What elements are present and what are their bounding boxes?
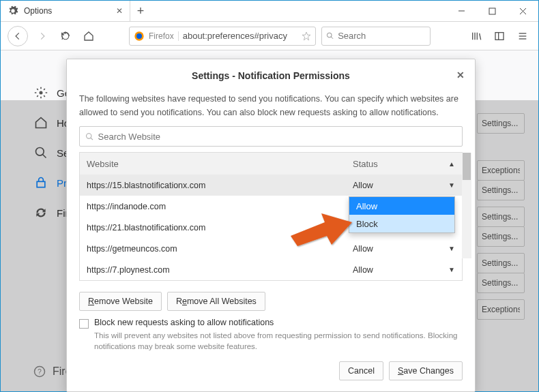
chevron-down-icon: ▼ [448, 181, 455, 189]
bookmark-star-icon[interactable] [302, 31, 311, 41]
cell-website: https://indanode.com [80, 202, 346, 211]
toolbar: Firefox [1, 22, 538, 50]
table-body: https://15.blastnotificationx.com Allow▼… [80, 175, 462, 280]
notification-permissions-dialog: Settings - Notification Permissions ✕ Th… [66, 59, 476, 392]
svg-point-13 [40, 91, 43, 95]
close-tab-icon[interactable]: ✕ [116, 6, 123, 16]
status-dropdown[interactable]: Allow▼ [346, 265, 462, 275]
remove-all-websites-button[interactable]: Remove All Websites [167, 292, 265, 311]
maximize-button[interactable] [477, 1, 508, 21]
svg-point-6 [327, 33, 332, 37]
home-button[interactable] [80, 27, 98, 45]
permissions-table: Website Status ▲ https://15.blastnotific… [79, 152, 463, 281]
browser-tab[interactable]: Options ✕ [1, 1, 130, 21]
status-dropdown-menu: Allow Block [349, 196, 455, 233]
new-tab-button[interactable]: + [130, 1, 151, 21]
address-bar[interactable]: Firefox [129, 27, 316, 46]
svg-line-20 [91, 138, 93, 140]
cell-website: https://21.blastnotificationx.com [80, 223, 346, 232]
svg-point-19 [87, 133, 91, 138]
gear-icon [8, 5, 18, 16]
minimize-button[interactable] [446, 1, 477, 21]
titlebar: Options ✕ + [1, 1, 538, 22]
dialog-close-button[interactable]: ✕ [453, 67, 468, 82]
cell-website: https://15.blastnotificationx.com [80, 181, 346, 190]
window-controls [446, 1, 538, 21]
column-status[interactable]: Status ▲ [346, 159, 462, 169]
status-dropdown[interactable]: Allow▼ [346, 244, 462, 254]
search-website-field[interactable] [79, 126, 463, 147]
table-header: Website Status ▲ [80, 153, 462, 175]
svg-line-7 [331, 37, 333, 39]
save-changes-button[interactable]: Save Changes [389, 361, 463, 380]
chevron-down-icon: ▼ [448, 245, 455, 252]
firefox-label: Firefox [149, 31, 179, 41]
url-input[interactable] [183, 31, 297, 41]
reload-button[interactable] [57, 27, 74, 45]
table-row[interactable]: https://getmeuncos.com Allow▼ [80, 238, 462, 259]
search-input[interactable] [338, 31, 426, 41]
dialog-description: The following websites have requested to… [79, 92, 463, 119]
library-icon[interactable] [467, 27, 485, 45]
block-new-requests-checkbox[interactable] [79, 319, 89, 329]
sidebar-toggle-icon[interactable] [491, 27, 508, 45]
status-dropdown[interactable]: Allow▼ [346, 181, 462, 190]
search-icon [85, 132, 94, 141]
close-window-button[interactable] [508, 1, 538, 21]
search-website-input[interactable] [98, 132, 456, 142]
svg-point-5 [136, 33, 142, 39]
search-icon [326, 31, 334, 40]
dropdown-option-block[interactable]: Block [349, 215, 454, 232]
cancel-button[interactable]: Cancel [339, 361, 383, 380]
svg-rect-8 [495, 32, 504, 40]
block-new-requests-hint: This will prevent any websites not liste… [67, 329, 475, 352]
sort-caret-icon: ▲ [448, 160, 455, 168]
cell-website: https://getmeuncos.com [80, 244, 346, 254]
menu-button[interactable] [514, 27, 531, 45]
search-bar[interactable] [321, 27, 431, 46]
dialog-header: Settings - Notification Permissions ✕ [67, 59, 475, 92]
dialog-title: Settings - Notification Permissions [192, 70, 350, 81]
browser-window: Options ✕ + Firefox [0, 0, 539, 392]
gear-icon [33, 85, 48, 100]
back-button[interactable] [8, 26, 28, 46]
tab-title: Options [24, 6, 52, 16]
table-scrollbar[interactable] [462, 153, 471, 258]
svg-rect-1 [489, 8, 495, 14]
remove-website-button[interactable]: Remove Website [79, 292, 162, 311]
column-website[interactable]: Website [80, 159, 346, 169]
table-row[interactable]: https://15.blastnotificationx.com Allow▼ [80, 175, 462, 196]
table-row[interactable]: https://7.ploynest.com Allow▼ [80, 259, 462, 280]
firefox-icon [134, 31, 145, 42]
block-new-requests-label: Block new requests asking to allow notif… [94, 318, 274, 327]
cell-website: https://7.ploynest.com [80, 265, 346, 275]
dropdown-option-allow[interactable]: Allow [349, 197, 454, 215]
scrollbar-thumb[interactable] [463, 153, 471, 180]
chevron-down-icon: ▼ [448, 266, 455, 273]
forward-button[interactable] [33, 27, 51, 45]
